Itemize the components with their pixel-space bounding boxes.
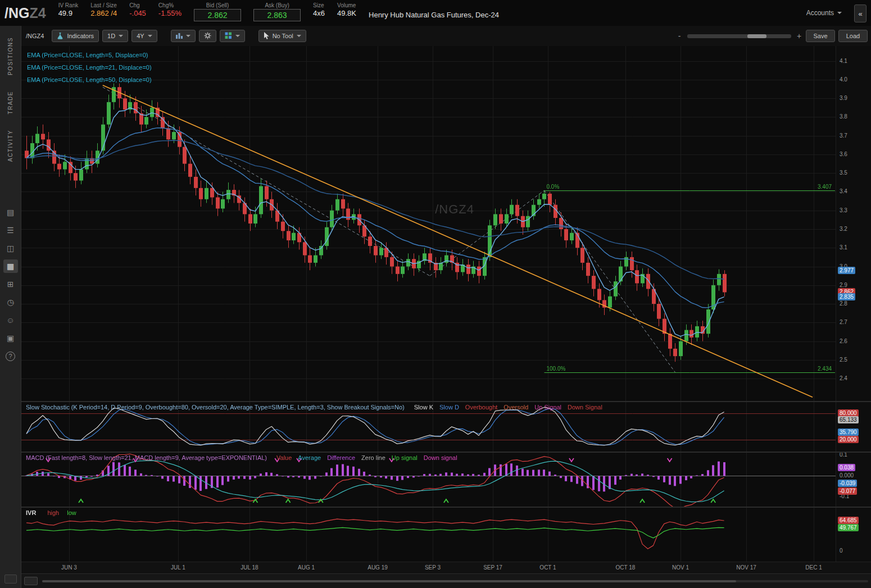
time-axis-label: SEP 3 xyxy=(425,564,441,571)
zoom-controls: - + xyxy=(676,31,802,40)
ivr-axis: 50064.68549.767 xyxy=(836,508,871,562)
time-axis-label: JUL 18 xyxy=(241,564,258,571)
axis-badge: 49.767 xyxy=(838,524,859,531)
grid-icon[interactable]: ⊞ xyxy=(3,277,18,291)
axis-tick: 2.4 xyxy=(840,375,847,382)
time-axis-label: DEC 1 xyxy=(805,564,822,571)
bid-button[interactable]: 2.862 xyxy=(194,9,241,21)
people-icon[interactable]: ☺ xyxy=(3,313,18,327)
chg-value: -.045 xyxy=(129,9,146,17)
caret-down-icon xyxy=(837,12,842,14)
axis-tick: 2.6 xyxy=(840,338,847,345)
sidebar-tab-activity[interactable]: ACTIVITY xyxy=(7,130,13,162)
notes-icon[interactable]: ▤ xyxy=(3,206,18,219)
axis-badge: 35.790 xyxy=(838,429,859,436)
monitor-icon[interactable]: ◫ xyxy=(3,241,18,255)
zoom-slider-handle[interactable] xyxy=(747,34,766,38)
range-value: 4Y xyxy=(137,33,144,39)
range-dropdown[interactable]: 4Y xyxy=(131,30,157,42)
ivr-canvas[interactable] xyxy=(21,508,836,562)
chg-label: Chg xyxy=(129,2,146,8)
flask-icon xyxy=(57,32,63,40)
zoom-out-button[interactable]: - xyxy=(676,31,683,40)
indicators-label: Indicators xyxy=(67,33,94,39)
bottom-left-widget[interactable] xyxy=(4,575,17,584)
last-size-field: Last / Size 2.862 /4 xyxy=(90,2,117,17)
load-button[interactable]: Load xyxy=(838,30,868,42)
zoom-slider[interactable] xyxy=(687,34,791,38)
legend-item: Up signal xyxy=(392,454,418,461)
time-axis-label: JUL 1 xyxy=(171,564,185,571)
axis-badge: 64.685 xyxy=(838,517,859,524)
left-sidebar: POSITIONS TRADE ACTIVITY ▤ ☰ ◫ ▦ ⊞ ◷ ☺ ▣… xyxy=(0,26,21,588)
caret-down-icon xyxy=(119,35,123,37)
trading-app: /NGZ4 IV Rank 49.9 Last / Size 2.862 /4 … xyxy=(0,0,871,588)
ask-field: Ask (Buy) 2.863 xyxy=(253,2,301,21)
ask-button[interactable]: 2.863 xyxy=(253,9,301,21)
clock-icon[interactable]: ◷ xyxy=(3,295,18,309)
save-button[interactable]: Save xyxy=(806,30,835,42)
legend-item: Down Signal xyxy=(568,404,602,411)
symbol-title: /NGZ4 xyxy=(4,2,46,24)
scrollbar-left-widget[interactable] xyxy=(24,577,38,585)
axis-tick: 0 xyxy=(840,548,843,554)
stochastic-axis: 80.00065.13335.79020.000 xyxy=(836,402,871,452)
ema-legend: EMA (Price=CLOSE, Length=5, Displace=0) … xyxy=(27,49,152,86)
axis-badge: -0.077 xyxy=(838,487,857,495)
sidebar-tab-positions[interactable]: POSITIONS xyxy=(7,37,13,75)
chg-pct-field: Chg% -1.55% xyxy=(158,2,182,17)
axis-tick: 3.7 xyxy=(840,133,847,139)
legend-item: Difference xyxy=(327,454,355,461)
price-axis: 4.14.03.93.83.73.63.53.43.33.23.13.02.92… xyxy=(836,46,871,401)
axis-tick: 3.2 xyxy=(840,226,847,233)
scrollbar-track[interactable] xyxy=(42,580,868,582)
chart-stack: /NGZ4 EMA (Price=CLOSE, Length=5, Displa… xyxy=(21,46,871,588)
zoom-in-button[interactable]: + xyxy=(796,31,802,40)
legend-item: Slow D xyxy=(439,404,459,411)
calendar-icon[interactable]: ▣ xyxy=(3,331,18,345)
iv-rank-label: IV Rank xyxy=(58,2,79,8)
axis-tick: 0.000 xyxy=(840,472,854,479)
stochastic-title: Slow Stochastic (K Period=14, D Period=9… xyxy=(26,404,405,411)
volume-value: 49.8K xyxy=(337,9,356,17)
ask-label: Ask (Buy) xyxy=(265,2,289,8)
cursor-icon xyxy=(264,32,269,40)
chart-icon[interactable]: ▦ xyxy=(3,259,18,273)
ema-legend-item: EMA (Price=CLOSE, Length=21, Displace=0) xyxy=(27,61,152,74)
ivr-panel: IVR high low 50064.68549.767 xyxy=(21,508,871,562)
chart-style-dropdown[interactable] xyxy=(171,30,196,42)
timeframe-dropdown[interactable]: 1D xyxy=(102,30,128,42)
layout-grid-dropdown[interactable] xyxy=(220,30,245,42)
macd-axis: 0.10.000-0.10.038-0.039-0.077 xyxy=(836,453,871,507)
macd-legend: MACD (Fast length=8, Slow length=21, MAC… xyxy=(26,454,457,461)
settings-button[interactable] xyxy=(199,30,216,42)
axis-tick: 2.9 xyxy=(840,282,847,289)
ivr-high-label: high xyxy=(47,509,59,516)
legend-item: Value xyxy=(276,454,292,461)
price-chart-canvas[interactable] xyxy=(21,46,836,401)
ivr-title: IVR xyxy=(26,509,36,516)
main-row: POSITIONS TRADE ACTIVITY ▤ ☰ ◫ ▦ ⊞ ◷ ☺ ▣… xyxy=(0,26,871,588)
axis-tick: 2.8 xyxy=(840,300,847,307)
caret-down-icon xyxy=(186,35,190,37)
axis-badge: 0.038 xyxy=(838,464,855,471)
legend-item: Oversold xyxy=(503,404,528,411)
collapse-panel-button[interactable]: « xyxy=(854,4,867,22)
axis-badge: 20.000 xyxy=(838,436,859,443)
caret-down-icon xyxy=(148,35,152,37)
chg-field: Chg -.045 xyxy=(129,2,146,17)
bid-field: Bid (Sell) 2.862 xyxy=(194,2,241,21)
scrollbar-handle[interactable] xyxy=(42,580,736,582)
macd-title: MACD (Fast length=8, Slow length=21, MAC… xyxy=(26,454,267,461)
help-icon[interactable]: ? xyxy=(3,349,18,363)
legend-item: Slow K xyxy=(414,404,433,411)
indicators-button[interactable]: Indicators xyxy=(52,30,99,42)
symbol-watermark: /NGZ4 xyxy=(435,202,474,217)
menu-icon[interactable]: ☰ xyxy=(3,224,18,237)
sidebar-bottom-widget xyxy=(4,575,17,584)
drawing-tool-dropdown[interactable]: No Tool xyxy=(258,30,306,42)
sidebar-tab-trade[interactable]: TRADE xyxy=(7,91,13,114)
accounts-dropdown[interactable]: Accounts xyxy=(806,2,842,17)
size-field: Size 4x6 xyxy=(313,2,325,17)
last-size-value: 2.862 /4 xyxy=(90,9,117,17)
